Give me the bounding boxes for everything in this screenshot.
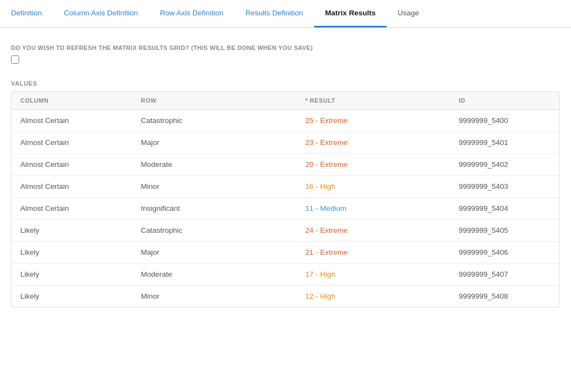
- cell-column: Likely: [12, 220, 132, 242]
- cell-row: Minor: [132, 285, 296, 307]
- tab-column-axis[interactable]: Column Axis Definition: [53, 0, 149, 27]
- table-body: Almost CertainCatastrophic25 - Extreme99…: [12, 110, 559, 307]
- table-row: Almost CertainMajor23 - Extreme9999999_5…: [12, 132, 559, 154]
- cell-result: 12 - High: [296, 285, 450, 307]
- table-row: Almost CertainCatastrophic25 - Extreme99…: [12, 110, 559, 132]
- col-header-id: ID: [450, 92, 559, 110]
- cell-column: Almost Certain: [12, 176, 132, 198]
- cell-id: 9999999_5404: [450, 198, 559, 220]
- cell-id: 9999999_5408: [450, 285, 559, 307]
- cell-result: 17 - High: [296, 264, 450, 285]
- table-row: Almost CertainModerate20 - Extreme999999…: [12, 154, 559, 176]
- main-content: DO YOU WISH TO REFRESH THE MATRIX RESULT…: [0, 28, 571, 318]
- cell-id: 9999999_5405: [450, 220, 559, 242]
- cell-row: Major: [132, 242, 296, 264]
- cell-result: 21 - Extreme: [296, 242, 450, 264]
- cell-row: Catastrophic: [132, 220, 296, 242]
- cell-result: 20 - Extreme: [296, 154, 450, 176]
- cell-column: Almost Certain: [12, 110, 132, 132]
- cell-column: Likely: [12, 285, 132, 307]
- cell-id: 9999999_5400: [450, 110, 559, 132]
- cell-result: 23 - Extreme: [296, 132, 450, 154]
- table-row: LikelyCatastrophic24 - Extreme9999999_54…: [12, 220, 559, 242]
- cell-result: 24 - Extreme: [296, 220, 450, 242]
- table-header-row: COLUMNROW* RESULTID: [12, 92, 559, 110]
- col-header-result: * RESULT: [296, 92, 450, 110]
- cell-column: Almost Certain: [12, 132, 132, 154]
- refresh-checkbox-row: [11, 55, 560, 64]
- cell-row: Catastrophic: [132, 110, 296, 132]
- cell-column: Almost Certain: [12, 198, 132, 220]
- table-row: Almost CertainMinor16 - High9999999_5403: [12, 176, 559, 198]
- col-header-column: COLUMN: [12, 92, 132, 110]
- tab-row-axis[interactable]: Row Axis Definition: [149, 0, 234, 27]
- tab-usage[interactable]: Usage: [387, 0, 430, 27]
- cell-id: 9999999_5406: [450, 242, 559, 264]
- values-table-container: COLUMNROW* RESULTID Almost CertainCatast…: [11, 91, 560, 307]
- cell-row: Major: [132, 132, 296, 154]
- refresh-checkbox[interactable]: [11, 55, 19, 64]
- tab-matrix-results[interactable]: Matrix Results: [314, 0, 387, 27]
- cell-result: 25 - Extreme: [296, 110, 450, 132]
- cell-row: Moderate: [132, 264, 296, 285]
- cell-row: Minor: [132, 176, 296, 198]
- cell-result: 11 - Medium: [296, 198, 450, 220]
- table-header: COLUMNROW* RESULTID: [12, 92, 559, 110]
- cell-column: Likely: [12, 242, 132, 264]
- cell-id: 9999999_5403: [450, 176, 559, 198]
- tab-results-definition[interactable]: Results Definition: [234, 0, 314, 27]
- tab-definition[interactable]: Definition: [0, 0, 53, 27]
- cell-id: 9999999_5402: [450, 154, 559, 176]
- table-row: Almost CertainInsignificant11 - Medium99…: [12, 198, 559, 220]
- table-row: LikelyMinor12 - High9999999_5408: [12, 285, 559, 307]
- cell-column: Likely: [12, 264, 132, 285]
- cell-column: Almost Certain: [12, 154, 132, 176]
- tab-bar: DefinitionColumn Axis DefinitionRow Axis…: [0, 0, 571, 28]
- table-row: LikelyModerate17 - High9999999_5407: [12, 264, 559, 285]
- values-table: COLUMNROW* RESULTID Almost CertainCatast…: [12, 92, 559, 307]
- col-header-row: ROW: [132, 92, 296, 110]
- cell-result: 16 - High: [296, 176, 450, 198]
- cell-row: Insignificant: [132, 198, 296, 220]
- values-section-label: VALUES: [11, 80, 560, 87]
- cell-row: Moderate: [132, 154, 296, 176]
- cell-id: 9999999_5401: [450, 132, 559, 154]
- refresh-question-label: DO YOU WISH TO REFRESH THE MATRIX RESULT…: [11, 44, 560, 51]
- table-row: LikelyMajor21 - Extreme9999999_5406: [12, 242, 559, 264]
- cell-id: 9999999_5407: [450, 264, 559, 285]
